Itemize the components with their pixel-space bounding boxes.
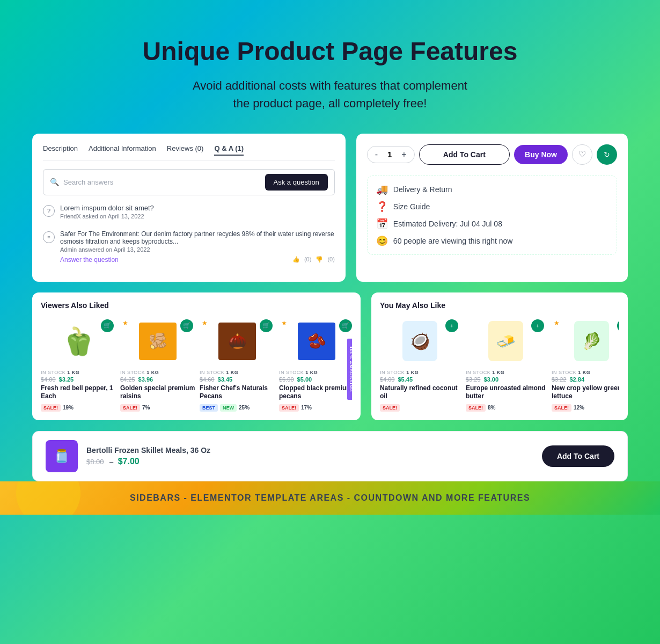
- tab-description[interactable]: Description: [43, 144, 78, 156]
- hero-section: Unique Product Page Features Avoid addit…: [32, 21, 628, 134]
- qa-answer-text: Safer For The Environment: Our denim fac…: [60, 230, 335, 245]
- badge-pct-lettuce: 12%: [574, 405, 584, 411]
- bottom-banner: SIDEBARS - ELEMENTOR TEMPLATE AREAS - CO…: [0, 481, 660, 515]
- you-may-panel: You May Also Like 🥥 + IN STOCK 1 KG $4.0…: [371, 292, 628, 420]
- delivery-box: 🚚 Delivery & Return ❓ Size Guide 📅 Estim…: [367, 175, 617, 255]
- tab-additional-info[interactable]: Additional Information: [89, 144, 156, 156]
- you-may-card-lettuce: ★ 🥬 🛒 IN STOCK 1 KG $3.22 $2.84 New crop…: [552, 317, 619, 412]
- sticky-price-row: $8.00 – $7.00: [86, 457, 533, 466]
- bottom-banner-text: SIDEBARS - ELEMENTOR TEMPLATE AREAS - CO…: [32, 493, 628, 503]
- star-icon-raisins: ★: [122, 319, 128, 327]
- wishlist-button[interactable]: ♡: [572, 144, 592, 165]
- search-row: 🔍 Search answers Ask a question: [43, 169, 335, 195]
- estimated-delivery-label: Estimated Delivery: Jul 04 Jul 08: [393, 219, 502, 228]
- ask-question-button[interactable]: Ask a question: [265, 174, 328, 191]
- quantity-value: 1: [384, 150, 395, 159]
- product-cart-icon-pecans[interactable]: 🛒: [260, 319, 273, 332]
- product-img-wrap-lettuce: ★ 🥬 🛒: [552, 317, 619, 365]
- delivery-return-row: 🚚 Delivery & Return: [376, 184, 608, 195]
- product-stock-coconut: IN STOCK 1 KG: [380, 370, 460, 375]
- quantity-minus-button[interactable]: -: [375, 150, 378, 159]
- sticky-add-to-cart-button[interactable]: Add To Cart: [542, 445, 614, 467]
- qa-answerer: Admin answered on April 13, 2022: [60, 246, 335, 253]
- badge-best-pecans: BEST: [200, 404, 218, 412]
- you-may-title: You May Also Like: [380, 301, 619, 310]
- search-icon: 🔍: [50, 178, 59, 186]
- price-old-raisins: $4.25: [120, 376, 135, 383]
- page-wrapper: Unique Product Page Features Avoid addit…: [0, 0, 660, 481]
- sticky-info: Bertolli Frozen Skillet Meals, 36 Oz $8.…: [86, 446, 533, 466]
- badges-row-coconut: SALE!: [380, 404, 460, 412]
- panels-row: Description Additional Information Revie…: [32, 134, 628, 282]
- product-cart-icon-lettuce[interactable]: 🛒: [617, 319, 619, 332]
- product-price-pepper: $4.00 $3.25: [41, 376, 116, 383]
- product-img-wrap-pecans-fisher: ★ 🌰 🛒: [200, 317, 275, 365]
- qa-item-question: ? Lorem imspum dolor sit amet? FriendX a…: [43, 204, 335, 223]
- star-icon-lettuce: ★: [554, 319, 560, 327]
- add-to-cart-button[interactable]: Add To Cart: [419, 144, 510, 165]
- qa-content-question: Lorem imspum dolor sit amet? FriendX ask…: [60, 204, 335, 223]
- badge-sale-pepper: SALE!: [41, 404, 61, 412]
- refresh-button[interactable]: ↻: [597, 144, 617, 165]
- qa-item-answer: ≡ Safer For The Environment: Our denim f…: [43, 230, 335, 264]
- product-card-pecans-fisher: ★ 🌰 🛒 IN STOCK 1 KG $4.60 $3.45 Fisher C…: [200, 317, 275, 412]
- product-cart-icon-almond[interactable]: +: [531, 319, 544, 332]
- product-cart-icon-pepper[interactable]: 🛒: [101, 319, 114, 332]
- size-guide-row: ❓ Size Guide: [376, 201, 608, 213]
- clopped-image: 🫘: [298, 323, 335, 360]
- qa-panel: Description Additional Information Revie…: [32, 134, 346, 282]
- vote-up-icon[interactable]: 👍: [292, 256, 300, 263]
- delivery-return-label: Delivery & Return: [393, 185, 452, 194]
- sticky-price-old: $8.00: [86, 458, 104, 466]
- quantity-plus-button[interactable]: +: [401, 150, 406, 159]
- search-placeholder: Search answers: [63, 178, 113, 186]
- badges-row-clopped: SALE! 17%: [279, 404, 352, 412]
- answer-link[interactable]: Answer the question: [60, 256, 119, 264]
- sticky-product-emoji: 🫙: [54, 449, 70, 464]
- badges-row-raisins: SALE! 7%: [120, 404, 195, 412]
- product-card-raisins: ★ 🫚 🛒 IN STOCK 1 KG $4.25 $3.96 Golden s…: [120, 317, 195, 412]
- badge-pct-almond: 8%: [488, 405, 495, 411]
- price-new-coconut: $5.45: [398, 376, 413, 383]
- badge-new-pecans: NEW: [220, 404, 237, 412]
- price-new-pepper: $3.25: [59, 376, 74, 383]
- buy-now-button[interactable]: Buy Now: [514, 145, 568, 164]
- product-name-pepper: Fresh red bell pepper, 1 Each: [41, 384, 116, 401]
- estimated-delivery-row: 📅 Estimated Delivery: Jul 04 Jul 08: [376, 218, 608, 230]
- badges-row-almond: SALE! 8%: [466, 404, 546, 412]
- viewers-icon: 😊: [376, 235, 388, 247]
- products-row: Viewers Also Liked 🛒 IN STOCK 1 KG $4.00…: [32, 292, 628, 420]
- sticky-bar: 🫙 Bertolli Frozen Skillet Meals, 36 Oz $…: [32, 431, 628, 481]
- product-cart-icon-raisins[interactable]: 🛒: [180, 319, 193, 332]
- badges-row-pecans: BEST NEW 25%: [200, 404, 275, 412]
- badges-row-pepper: SALE! 19%: [41, 404, 116, 412]
- product-cart-icon-clopped[interactable]: 🛒: [339, 319, 352, 332]
- product-card-pepper: 🛒 IN STOCK 1 KG $4.00 $3.25 Fresh red be…: [41, 317, 116, 412]
- price-old-pepper: $4.00: [41, 376, 56, 383]
- product-price-raisins: $4.25 $3.96: [120, 376, 195, 383]
- badge-sale-raisins: SALE!: [120, 404, 140, 412]
- size-guide-label: Size Guide: [393, 202, 430, 211]
- almond-image: 🧈: [488, 321, 523, 361]
- delivery-icon: 🚚: [376, 184, 388, 195]
- tab-qa[interactable]: Q & A (1): [214, 144, 244, 156]
- pecans-image: 🌰: [218, 323, 256, 360]
- sticky-product-name: Bertolli Frozen Skillet Meals, 36 Oz: [86, 446, 533, 455]
- price-new-clopped: $5.00: [297, 376, 312, 383]
- product-cart-icon-coconut[interactable]: +: [445, 319, 458, 332]
- tab-reviews[interactable]: Reviews (0): [167, 144, 204, 156]
- product-name-almond: Europe unroasted almond butter: [466, 384, 546, 401]
- answer-icon: ≡: [43, 231, 55, 243]
- search-inner: 🔍 Search answers: [50, 178, 265, 186]
- vote-down-icon[interactable]: 👎: [316, 256, 323, 263]
- badges-row-lettuce: SALE! 12%: [552, 404, 619, 412]
- vote-row: 👍 (0) 👎 (0): [292, 256, 335, 263]
- hero-title: Unique Product Page Features: [32, 38, 628, 66]
- refresh-icon: ↻: [604, 150, 610, 159]
- price-new-raisins: $3.96: [138, 376, 153, 383]
- product-stock-pecans: IN STOCK 1 KG: [200, 370, 275, 375]
- qa-content-answer: Safer For The Environment: Our denim fac…: [60, 230, 335, 264]
- product-price-clopped: $6.00 $5.00: [279, 376, 352, 383]
- badge-pct-pecans: 25%: [239, 405, 250, 411]
- price-new-almond: $3.00: [484, 376, 499, 383]
